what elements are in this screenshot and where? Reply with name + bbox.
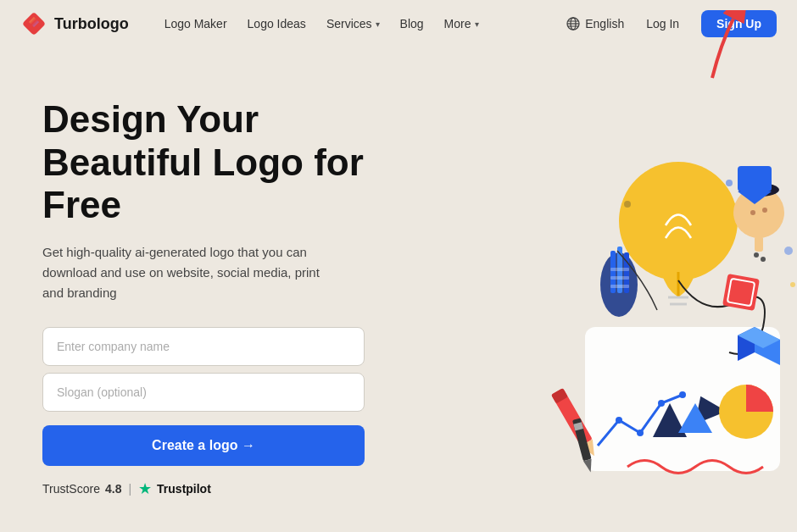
- svg-point-52: [790, 282, 795, 287]
- hero-left: Design Your Beautiful Logo for Free Get …: [42, 81, 398, 498]
- nav-logo-maker[interactable]: Logo Maker: [156, 12, 236, 36]
- language-label: English: [585, 17, 624, 30]
- hero-illustration: [415, 81, 797, 488]
- trust-divider: |: [128, 482, 131, 496]
- svg-rect-18: [610, 276, 629, 280]
- svg-point-24: [762, 208, 767, 213]
- svg-rect-19: [610, 285, 629, 288]
- trust-score-label: TrustScore: [42, 482, 100, 496]
- svg-point-50: [784, 247, 793, 255]
- logo[interactable]: Turbologo: [20, 10, 129, 37]
- navbar: Turbologo Logo Maker Logo Ideas Services…: [0, 0, 797, 47]
- nav-services[interactable]: Services ▾: [318, 12, 388, 36]
- services-chevron: ▾: [376, 19, 380, 29]
- svg-point-23: [750, 210, 755, 215]
- svg-point-26: [754, 252, 759, 258]
- svg-point-27: [761, 257, 766, 262]
- svg-point-40: [637, 429, 644, 436]
- svg-rect-28: [738, 166, 772, 191]
- hero-section: Design Your Beautiful Logo for Free Get …: [0, 47, 797, 518]
- svg-point-42: [679, 391, 686, 398]
- slogan-input[interactable]: [42, 373, 365, 412]
- form-inputs: [42, 327, 365, 412]
- trustpilot-row: TrustScore 4.8 | ★ Trustpilot: [42, 479, 398, 498]
- svg-rect-25: [755, 236, 763, 252]
- nav-logo-ideas[interactable]: Logo Ideas: [239, 12, 315, 36]
- login-button[interactable]: Log In: [638, 12, 688, 36]
- signup-button[interactable]: Sign Up: [701, 10, 777, 37]
- svg-rect-30: [722, 274, 760, 311]
- svg-point-51: [624, 201, 631, 208]
- turbologo-icon: [20, 10, 47, 37]
- create-logo-button[interactable]: Create a logo →: [42, 425, 365, 466]
- hero-svg: [415, 81, 797, 488]
- svg-rect-17: [610, 268, 629, 271]
- nav-links: Logo Maker Logo Ideas Services ▾ Blog Mo…: [156, 12, 567, 36]
- nav-right: English Log In Sign Up: [566, 10, 777, 37]
- globe-icon: [566, 17, 580, 30]
- language-button[interactable]: English: [566, 17, 624, 30]
- hero-subtitle: Get high-quality ai-generated logo that …: [42, 242, 331, 303]
- company-name-input[interactable]: [42, 327, 365, 366]
- more-chevron: ▾: [475, 19, 479, 29]
- brand-name: Turbologo: [54, 15, 129, 33]
- svg-point-9: [619, 162, 738, 280]
- trustpilot-brand: Trustpilot: [157, 482, 211, 496]
- trust-score-value: 4.8: [105, 482, 121, 496]
- hero-title: Design Your Beautiful Logo for Free: [42, 98, 398, 227]
- svg-point-41: [658, 400, 665, 407]
- svg-point-39: [616, 417, 622, 424]
- nav-blog[interactable]: Blog: [392, 12, 432, 36]
- trustpilot-star: ★: [138, 479, 152, 498]
- nav-more[interactable]: More ▾: [436, 12, 488, 36]
- svg-point-49: [726, 180, 733, 186]
